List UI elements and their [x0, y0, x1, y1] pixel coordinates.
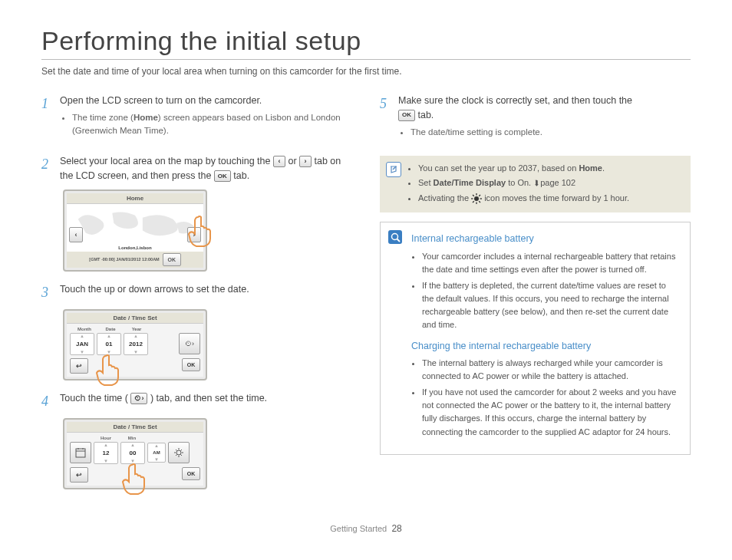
footer-page-number: 28: [391, 523, 401, 534]
calendar-icon: [75, 447, 86, 458]
step-3-text: Touch the up or down arrows to set the d…: [60, 284, 249, 295]
touch-hand-icon: [184, 212, 215, 249]
device-date-header: Date / Time Set: [67, 313, 203, 324]
left-arrow-icon: ‹: [273, 156, 285, 167]
info-h2-bullet-2: If you have not used the camcorder for a…: [422, 386, 679, 438]
step-5-text: Make sure the clock is correctly set, an…: [398, 95, 632, 120]
step-1-text: Open the LCD screen to turn on the camco…: [60, 95, 262, 106]
svg-rect-0: [76, 449, 85, 457]
info-heading-1: Internal rechargeable battery: [411, 232, 679, 246]
min-label: Min: [120, 436, 143, 440]
svg-point-4: [176, 450, 181, 455]
svg-line-11: [176, 455, 177, 456]
date-ok-button[interactable]: OK: [182, 358, 200, 371]
month-spinner[interactable]: ▲JAN▼: [70, 333, 94, 355]
clock-tab-icon: ⏲›: [130, 393, 147, 404]
map-left-button[interactable]: ‹: [69, 227, 83, 242]
right-arrow-icon: ›: [299, 156, 312, 167]
device-date-screen: Date / Time Set Month Date Year ▲JAN▼ ▲0…: [63, 309, 207, 380]
device-time-header: Date / Time Set: [67, 422, 203, 433]
ampm-spinner[interactable]: ▲AM▼: [147, 443, 166, 463]
info-h1-bullet-1: Your camcorder includes a internal recha…: [422, 250, 679, 276]
divider: [41, 59, 691, 60]
svg-point-13: [474, 196, 479, 201]
note-2: Set Date/Time Display to On. ➦page 102: [418, 176, 683, 189]
note-icon: [386, 162, 401, 177]
device-time-screen: Date / Time Set Hour Min ▲12▼ ▲00▼ ▲AM▼: [63, 418, 207, 489]
map-timestamp: [GMT -00:00] JAN/01/2012 12:00AM: [89, 257, 159, 262]
step-4-text: Touch the time ( ⏲› ) tab, and then set …: [60, 393, 267, 404]
dst-button[interactable]: [168, 442, 190, 463]
svg-line-10: [181, 455, 183, 456]
svg-point-22: [391, 233, 397, 239]
footer-section: Getting Started: [330, 524, 387, 533]
touch-hand-icon: [92, 351, 123, 388]
svg-line-23: [397, 239, 400, 242]
step-number-1: 1: [41, 94, 52, 148]
note-box: You can set the year up to 2037, based o…: [380, 156, 691, 213]
info-h1-bullet-2: If the battery is depleted, the current …: [422, 279, 679, 331]
svg-line-12: [181, 450, 183, 451]
map-city-label: London,Lisbon: [67, 245, 203, 250]
svg-line-9: [176, 450, 177, 451]
ok-icon: OK: [398, 110, 415, 121]
map-ok-button[interactable]: OK: [163, 253, 181, 266]
hour-label: Hour: [94, 436, 117, 440]
svg-line-19: [479, 201, 480, 203]
sun-dst-icon: [173, 447, 184, 458]
step-1-bullet: The time zone (Home) screen appears base…: [72, 111, 352, 138]
step-number-2: 2: [41, 154, 52, 183]
calendar-tab-button[interactable]: [70, 442, 91, 463]
step-number-5: 5: [380, 94, 391, 150]
page-title: Performing the initial setup: [41, 26, 691, 56]
year-label: Year: [125, 327, 148, 331]
hour-spinner[interactable]: ▲12▼: [94, 442, 118, 464]
back-button[interactable]: ↩: [70, 358, 88, 374]
device-map-screen: Home ‹ › London,Lisbon [GMT -00:00] JAN/…: [63, 189, 207, 272]
note-3: Activating the icon moves the time forwa…: [418, 192, 683, 205]
info-heading-2: Charging the internal rechargeable batte…: [411, 339, 679, 354]
year-spinner[interactable]: ▲2012▼: [124, 333, 148, 355]
svg-line-18: [473, 195, 474, 196]
step-5-bullet: The date/time setting is complete.: [411, 126, 691, 139]
back-button[interactable]: ↩: [70, 467, 88, 483]
magnify-icon: [388, 230, 402, 244]
time-ok-button[interactable]: OK: [182, 467, 200, 480]
svg-line-21: [479, 195, 480, 196]
step-number-3: 3: [41, 282, 52, 303]
device-map-header: Home: [67, 193, 203, 204]
sun-icon: [471, 193, 482, 204]
date-label: Date: [99, 327, 122, 331]
page-footer: Getting Started 28: [41, 523, 691, 534]
svg-line-20: [473, 201, 474, 203]
note-1: You can set the year up to 2037, based o…: [418, 162, 683, 175]
info-h2-bullet-1: The internal battery is always recharged…: [422, 357, 679, 383]
info-box: Internal rechargeable battery Your camco…: [380, 222, 691, 454]
step-number-4: 4: [41, 391, 52, 412]
month-label: Month: [73, 327, 96, 331]
step-2-text: Select your local area on the map by tou…: [60, 156, 341, 181]
clock-tab-button[interactable]: ⏲›: [179, 333, 200, 354]
page-subtitle: Set the date and time of your local area…: [41, 66, 691, 77]
touch-hand-icon: [118, 460, 149, 497]
ok-icon: OK: [214, 170, 231, 182]
